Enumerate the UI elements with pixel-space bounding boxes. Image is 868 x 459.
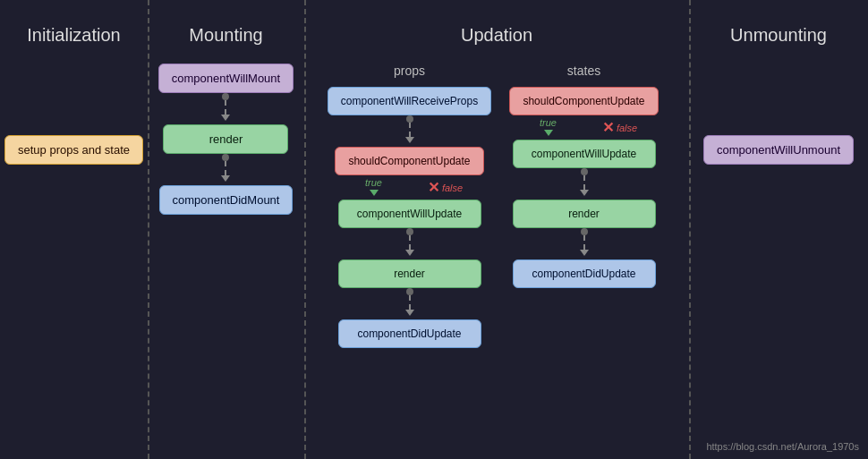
section-updation: Updation props componentWillReceiveProps… <box>304 0 689 459</box>
component-will-mount-node: componentWillMount <box>158 64 294 93</box>
props-true-label: true <box>365 177 382 188</box>
arrow-props-1 <box>405 115 414 143</box>
arrow-mount-1 <box>221 93 230 121</box>
states-column: states shouldComponentUpdate true ✕ fals… <box>501 64 667 348</box>
mount-render-node: render <box>163 124 288 154</box>
unmount-title: Unmounting <box>730 25 827 46</box>
setup-props-state-node: setup props and state <box>4 135 143 165</box>
states-false-label: false <box>617 123 637 133</box>
section-unmounting: Unmounting componentWillUnmount <box>689 0 868 459</box>
props-render-node: render <box>338 259 481 288</box>
mount-title: Mounting <box>189 25 262 46</box>
update-title: Updation <box>461 25 532 46</box>
states-will-update-node: componentWillUpdate <box>513 140 656 168</box>
lifecycle-diagram: Initialization setup props and state Mou… <box>0 0 868 459</box>
props-false-x: ✕ <box>428 179 439 196</box>
arrow-props-2 <box>405 228 414 256</box>
states-subtitle: states <box>567 64 600 78</box>
states-true-label: true <box>540 117 557 128</box>
arrow-states-1 <box>580 168 589 196</box>
arrow-states-2 <box>580 228 589 256</box>
watermark: https://blog.csdn.net/Aurora_1970s <box>706 441 859 452</box>
props-should-update-node: shouldComponentUpdate <box>335 147 483 175</box>
props-will-update-node: componentWillUpdate <box>338 200 481 228</box>
section-mounting: Mounting componentWillMount render compo… <box>148 0 304 459</box>
component-will-unmount-node: componentWillUnmount <box>703 135 854 165</box>
arrow-states-true <box>544 130 553 136</box>
arrow-props-3 <box>405 288 414 316</box>
states-render-node: render <box>513 200 656 228</box>
states-did-update-node: componentDidUpdate <box>513 259 656 288</box>
component-did-mount-node: componentDidMount <box>159 185 294 215</box>
arrow-mount-2 <box>221 154 230 182</box>
states-should-update-node: shouldComponentUpdate <box>509 87 658 115</box>
section-initialization: Initialization setup props and state <box>0 0 148 459</box>
arrow-props-true <box>370 190 379 196</box>
component-will-receive-props-node: componentWillReceiveProps <box>328 87 491 115</box>
update-subsections: props componentWillReceiveProps shouldCo… <box>304 64 689 348</box>
init-title: Initialization <box>27 25 121 46</box>
states-false-x: ✕ <box>602 119 614 136</box>
props-false-label: false <box>442 183 463 193</box>
props-column: props componentWillReceiveProps shouldCo… <box>327 64 492 348</box>
props-did-update-node: componentDidUpdate <box>338 319 481 348</box>
props-subtitle: props <box>394 64 425 78</box>
mount-flow: componentWillMount render componentDidMo… <box>158 64 294 215</box>
